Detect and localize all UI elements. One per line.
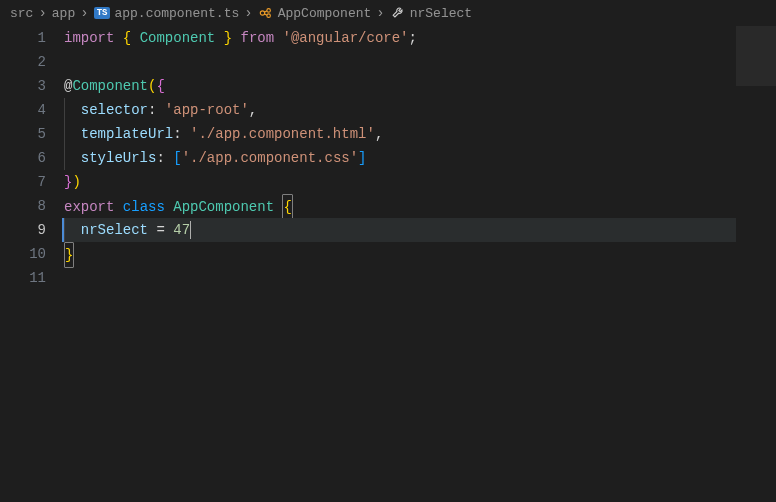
line-number: 2 [0,50,46,74]
code-line[interactable]: selector: 'app-root', [64,98,776,122]
indent-guide [64,218,65,242]
chevron-right-icon: › [80,5,88,21]
line-number: 10 [0,242,46,266]
operator: = [156,222,164,238]
svg-line-3 [264,11,267,12]
punctuation: ; [409,30,417,46]
decorator: Component [72,78,148,94]
line-number: 6 [0,146,46,170]
code-line[interactable]: import { Component } from '@angular/core… [64,26,776,50]
line-number: 9 [0,218,46,242]
line-number-gutter: 1 2 3 4 5 6 7 8 9 10 11 [0,26,64,502]
breadcrumb-label: AppComponent [278,6,372,21]
breadcrumb-label: nrSelect [410,6,472,21]
breadcrumb-item-app[interactable]: app [52,6,75,21]
string: 'app-root' [165,102,249,118]
paren: ) [72,174,80,190]
property: selector [81,102,148,118]
identifier: Component [140,30,216,46]
line-number: 8 [0,194,46,218]
line-number: 5 [0,122,46,146]
code-area[interactable]: import { Component } from '@angular/core… [64,26,776,502]
class-icon [258,5,274,21]
code-line[interactable]: } [64,242,776,266]
breadcrumb-item-class[interactable]: AppComponent [258,5,372,21]
punctuation: : [148,102,156,118]
breadcrumb-label: app.component.ts [114,6,239,21]
class-name: AppComponent [173,199,274,215]
code-line[interactable]: export class AppComponent { [64,194,776,218]
property: styleUrls [81,150,157,166]
line-number: 1 [0,26,46,50]
punctuation: : [156,150,164,166]
line-number: 4 [0,98,46,122]
breadcrumb[interactable]: src › app › TS app.component.ts › AppCom… [0,0,776,26]
breadcrumb-item-src[interactable]: src [10,6,33,21]
number: 47 [173,222,190,238]
property: templateUrl [81,126,173,142]
svg-point-0 [260,11,264,15]
minimap-viewport[interactable] [736,26,776,86]
indent-guide [64,146,65,170]
string: './app.component.css' [182,150,358,166]
typescript-icon: TS [94,7,111,19]
code-line[interactable] [64,266,776,290]
keyword: from [240,30,274,46]
chevron-right-icon: › [376,5,384,21]
breadcrumb-label: src [10,6,33,21]
code-line[interactable] [64,50,776,74]
string: './app.component.html' [190,126,375,142]
minimap[interactable] [736,26,776,502]
wrench-icon [390,5,406,21]
line-number: 11 [0,266,46,290]
keyword: export [64,199,114,215]
chevron-right-icon: › [244,5,252,21]
code-line[interactable]: templateUrl: './app.component.html', [64,122,776,146]
brace: } [224,30,232,46]
code-line[interactable]: @Component({ [64,74,776,98]
punctuation: , [375,126,383,142]
breadcrumb-item-property[interactable]: nrSelect [390,5,472,21]
svg-point-2 [267,14,271,18]
svg-point-1 [267,9,271,13]
punctuation: : [173,126,181,142]
brace: { [156,78,164,94]
chevron-right-icon: › [38,5,46,21]
breadcrumb-label: app [52,6,75,21]
bracket: ] [358,150,366,166]
indent-guide [64,98,65,122]
line-number: 3 [0,74,46,98]
bracket: [ [173,150,181,166]
brace: { [123,30,131,46]
string: '@angular/core' [283,30,409,46]
line-number: 7 [0,170,46,194]
punctuation: , [249,102,257,118]
property: nrSelect [81,222,148,238]
code-line-current[interactable]: nrSelect = 47 [64,218,776,242]
code-line[interactable]: }) [64,170,776,194]
indent-guide [64,122,65,146]
svg-line-4 [264,14,267,15]
code-line[interactable]: styleUrls: ['./app.component.css'] [64,146,776,170]
breadcrumb-item-file[interactable]: TS app.component.ts [94,6,240,21]
keyword: import [64,30,114,46]
keyword: class [123,199,165,215]
cursor-icon [190,221,191,239]
code-editor[interactable]: 1 2 3 4 5 6 7 8 9 10 11 import { Compone… [0,26,776,502]
brace: { [282,194,292,220]
brace: } [64,242,74,268]
